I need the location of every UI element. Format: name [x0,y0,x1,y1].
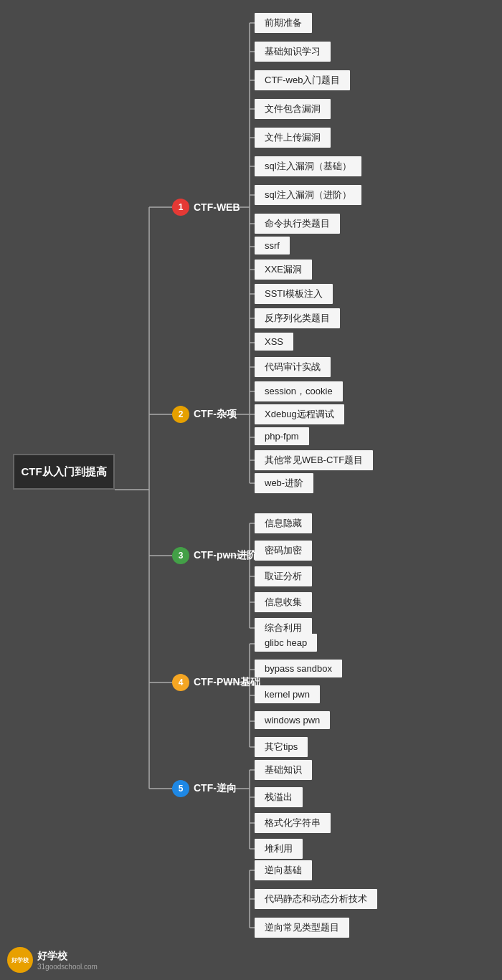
logo-icon-text: 好学校 [11,956,29,964]
leaf-node: 取证分析 [255,566,312,586]
category-label-5: CTF-逆向 [194,782,237,795]
category-label-4: CTF-PWN基础 [194,676,260,689]
leaf-node: 基础知识学习 [255,42,331,62]
category-3: 3CTF-pwn进阶 [172,547,257,564]
leaf-node: 信息收集 [255,592,312,612]
leaf-node: web-进阶 [255,473,313,493]
leaf-node: 逆向基础 [255,860,312,880]
root-label: CTF从入门到提高 [21,465,106,479]
category-label-3: CTF-pwn进阶 [194,549,257,562]
logo-icon: 好学校 [7,947,33,973]
leaf-node: sql注入漏洞（进阶） [255,185,361,205]
leaf-node: sql注入漏洞（基础） [255,156,361,176]
leaf-node: 文件上传漏洞 [255,128,331,148]
leaf-node: 基础知识 [255,760,312,780]
leaf-node: XSS [255,333,293,351]
category-circle-2: 2 [172,406,189,423]
leaf-node: 逆向常见类型题目 [255,918,349,938]
leaf-node: 反序列化类题目 [255,308,340,328]
category-circle-1: 1 [172,199,189,216]
leaf-node: 命令执行类题目 [255,214,340,234]
category-2: 2CTF-杂项 [172,406,237,423]
leaf-node: 代码静态和动态分析技术 [255,889,377,909]
leaf-node: bypass sandbox [255,660,342,677]
logo-sub-text: 31goodschool.com [37,963,98,971]
category-label-1: CTF-WEB [194,201,240,213]
leaf-node: ssrf [255,237,290,254]
leaf-node: CTF-web入门题目 [255,70,350,90]
logo-text: 好学校 31goodschool.com [37,950,98,971]
leaf-node: Xdebug远程调试 [255,404,344,424]
category-4: 4CTF-PWN基础 [172,674,260,691]
category-1: 1CTF-WEB [172,199,240,216]
leaf-node: 格式化字符串 [255,813,331,833]
leaf-node: windows pwn [255,711,330,729]
leaf-node: kernel pwn [255,685,320,703]
leaf-node: 代码审计实战 [255,357,331,377]
leaf-node: 文件包含漏洞 [255,99,331,119]
category-circle-4: 4 [172,674,189,691]
lines-svg [0,0,502,980]
leaf-node: 其它tips [255,737,308,757]
leaf-node: 堆利用 [255,839,303,859]
leaf-node: SSTI模板注入 [255,284,333,304]
category-label-2: CTF-杂项 [194,408,237,421]
leaf-node: 其他常见WEB-CTF题目 [255,450,373,470]
leaf-node: 信息隐藏 [255,513,312,533]
logo-main-text: 好学校 [37,950,98,963]
leaf-node: XXE漏洞 [255,260,312,280]
leaf-node: session，cookie [255,381,343,401]
category-circle-5: 5 [172,780,189,797]
leaf-node: 栈溢出 [255,787,303,807]
leaf-node: 前期准备 [255,13,312,33]
logo: 好学校 好学校 31goodschool.com [7,947,98,973]
leaf-node: 密码加密 [255,541,312,561]
leaf-node: php-fpm [255,427,309,445]
mind-map-container: CTF从入门到提高 1CTF-WEB前期准备基础知识学习CTF-web入门题目文… [0,0,502,980]
root-node: CTF从入门到提高 [13,454,115,490]
leaf-node: glibc heap [255,634,317,652]
category-5: 5CTF-逆向 [172,780,237,797]
category-circle-3: 3 [172,547,189,564]
